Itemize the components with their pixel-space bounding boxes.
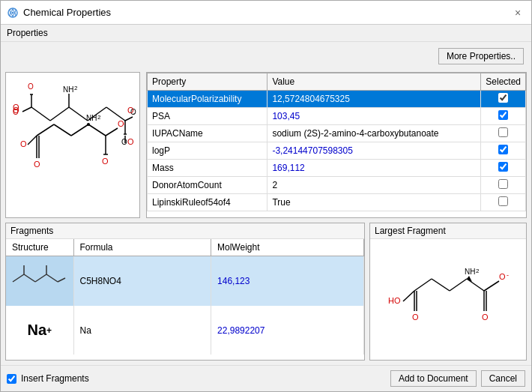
value-cell: -3,24144707598305 — [267, 142, 481, 160]
list-item[interactable]: C5H8NO4146,123 — [6, 256, 364, 307]
selected-cell[interactable] — [481, 108, 526, 125]
properties-table: Property Value Selected MolecularPolariz… — [147, 73, 526, 211]
molecule-preview: NH 2 O - O — [5, 72, 140, 218]
properties-label: Properties — [7, 28, 48, 38]
top-section: NH 2 O - O — [5, 72, 527, 218]
svg-text:O: O — [482, 313, 489, 322]
largest-fragment-svg: HO O NH 2 — [381, 251, 516, 349]
table-row[interactable]: Mass169,112 — [148, 160, 526, 177]
frag-col-molweight: MolWeight — [211, 239, 364, 256]
cancel-button[interactable]: Cancel — [481, 370, 525, 387]
property-cell: LipinskiRuleof54of4 — [148, 194, 267, 211]
more-properties-row: More Properties.. — [5, 46, 527, 67]
svg-line-39 — [106, 128, 118, 136]
svg-line-60 — [450, 279, 467, 291]
fragment-formula-cell: C5H8NO4 — [73, 256, 211, 307]
property-checkbox[interactable] — [498, 196, 508, 206]
svg-text:O: O — [127, 137, 134, 146]
col-property: Property — [148, 73, 267, 91]
table-row[interactable]: IUPACNamesodium (2S)-2-amino-4-carboxybu… — [148, 125, 526, 142]
svg-line-7 — [69, 107, 88, 121]
title-bar: Chemical Properties × — [1, 1, 531, 25]
svg-text:O: O — [28, 82, 34, 91]
selected-cell[interactable] — [481, 142, 526, 160]
svg-line-65 — [484, 281, 499, 291]
svg-line-58 — [414, 279, 432, 291]
fragment-molweight-cell: 22,9892207 — [211, 306, 364, 355]
chemical-properties-window: Chemical Properties × Properties More Pr… — [0, 0, 532, 392]
value-cell: 12,5724804675325 — [267, 91, 481, 108]
fragments-table: Structure Formula MolWeight C5H8NO4146,1… — [6, 239, 364, 355]
svg-point-3 — [12, 11, 14, 13]
svg-line-12 — [125, 117, 133, 121]
property-checkbox[interactable] — [498, 93, 508, 103]
svg-text:NH: NH — [86, 114, 97, 122]
svg-line-10 — [50, 107, 69, 121]
table-row[interactable]: DonorAtomCount2 — [148, 177, 526, 194]
svg-text:O: O — [121, 138, 127, 146]
value-cell: 103,45 — [267, 108, 481, 125]
table-row[interactable]: LipinskiRuleof54of4True — [148, 194, 526, 211]
fragment-molweight-cell: 146,123 — [211, 256, 364, 307]
property-checkbox[interactable] — [498, 127, 508, 137]
svg-line-19 — [22, 107, 31, 112]
selected-cell[interactable] — [481, 125, 526, 142]
close-button[interactable]: × — [510, 5, 525, 20]
value-cell: sodium (2S)-2-amino-4-carboxybutanoate — [267, 125, 481, 142]
app-icon — [7, 7, 19, 19]
svg-text:2: 2 — [97, 114, 101, 121]
svg-line-64 — [467, 279, 484, 291]
frag-col-formula: Formula — [73, 239, 211, 256]
title-bar-left: Chemical Properties — [7, 7, 111, 19]
add-to-document-button[interactable]: Add to Document — [390, 370, 477, 387]
svg-line-34 — [54, 124, 71, 136]
frag-col-structure: Structure — [6, 239, 73, 256]
frag-header-row: Structure Formula MolWeight — [6, 239, 364, 256]
selected-cell[interactable] — [481, 160, 526, 177]
largest-fragment-view: HO O NH 2 — [370, 239, 526, 360]
window-title: Chemical Properties — [23, 7, 111, 18]
svg-line-49 — [46, 274, 58, 282]
fragments-title: Fragments — [6, 223, 364, 239]
svg-line-33 — [37, 124, 54, 136]
svg-text:HO: HO — [388, 296, 401, 305]
largest-fragment-title: Largest Fragment — [370, 223, 526, 239]
svg-text:NH: NH — [465, 268, 475, 276]
footer-right: Add to Document Cancel — [390, 370, 525, 387]
value-cell: 169,112 — [267, 160, 481, 177]
insert-fragments-label: Insert Fragments — [21, 373, 89, 384]
main-content: More Properties.. NH 2 — [1, 42, 531, 365]
selected-cell[interactable] — [481, 91, 526, 108]
table-row[interactable]: MolecularPolarizability12,5724804675325 — [148, 91, 526, 108]
table-row[interactable]: PSA103,45 — [148, 108, 526, 125]
svg-text:-: - — [507, 271, 509, 279]
selected-cell[interactable] — [481, 177, 526, 194]
fragments-panel: Fragments Structure Formula MolWeight — [5, 223, 365, 361]
footer-left: Insert Fragments — [7, 373, 89, 384]
svg-text:O: O — [34, 160, 40, 169]
list-item[interactable]: Na+Na22,9892207 — [6, 306, 364, 355]
properties-table-container: Property Value Selected MolecularPolariz… — [146, 72, 527, 218]
property-checkbox[interactable] — [498, 145, 508, 154]
selected-cell[interactable] — [481, 194, 526, 211]
svg-line-35 — [71, 124, 88, 136]
col-value: Value — [267, 73, 481, 91]
table-row[interactable]: logP-3,24144707598305 — [148, 142, 526, 160]
svg-text:2: 2 — [74, 85, 78, 91]
svg-text:O: O — [412, 313, 419, 322]
svg-text:O: O — [13, 103, 19, 112]
more-properties-button[interactable]: More Properties.. — [438, 48, 524, 64]
svg-text:O: O — [20, 139, 27, 148]
property-checkbox[interactable] — [498, 179, 508, 189]
svg-line-54 — [403, 291, 414, 301]
fragment-structure-cell: Na+ — [6, 306, 73, 355]
property-cell: MolecularPolarizability — [148, 91, 267, 108]
property-cell: Mass — [148, 160, 267, 177]
property-checkbox[interactable] — [498, 162, 508, 172]
svg-line-48 — [35, 274, 46, 282]
svg-text:2: 2 — [476, 268, 480, 274]
properties-table-wrapper: Property Value Selected MolecularPolariz… — [146, 72, 527, 218]
insert-fragments-checkbox[interactable] — [7, 374, 16, 384]
property-checkbox[interactable] — [498, 110, 508, 120]
svg-line-46 — [13, 274, 24, 282]
